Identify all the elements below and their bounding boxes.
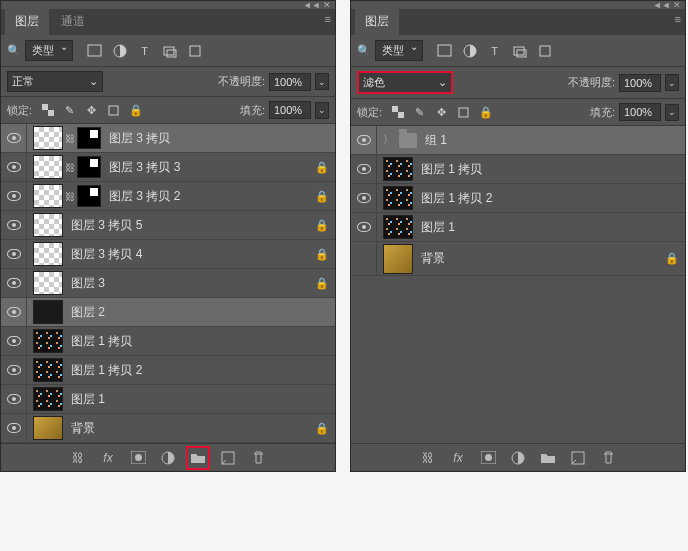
lock-transparent-icon[interactable] (40, 103, 55, 118)
layer-row[interactable]: 背景🔒 (351, 242, 685, 276)
layer-thumbnail[interactable] (33, 416, 63, 440)
layer-name[interactable]: 图层 1 拷贝 2 (71, 362, 329, 379)
filter-type-select[interactable]: 类型 (25, 40, 73, 61)
lock-transparent-icon[interactable] (390, 105, 405, 120)
filter-shape-icon[interactable] (512, 43, 527, 58)
link-layers-icon[interactable]: ⛓ (70, 450, 86, 466)
eye-icon[interactable] (7, 133, 21, 143)
eye-icon[interactable] (357, 193, 371, 203)
layer-thumbnail[interactable] (33, 358, 63, 382)
layer-mask-thumbnail[interactable] (77, 156, 101, 178)
layer-row[interactable]: 背景🔒 (1, 414, 335, 443)
new-adjustment-icon[interactable] (160, 450, 176, 466)
lock-artboard-icon[interactable] (106, 103, 121, 118)
eye-icon[interactable] (7, 249, 21, 259)
layer-thumbnail[interactable] (33, 126, 63, 150)
layer-thumbnail[interactable] (33, 242, 63, 266)
layer-name[interactable]: 图层 3 拷贝 4 (71, 246, 315, 263)
eye-icon[interactable] (7, 191, 21, 201)
tab-layers[interactable]: 图层 (355, 8, 399, 35)
filter-type-icon[interactable]: T (487, 43, 502, 58)
tab-channels[interactable]: 通道 (51, 8, 95, 35)
visibility-toggle[interactable] (1, 124, 27, 152)
layer-row[interactable]: 图层 3 拷贝 5🔒 (1, 211, 335, 240)
filter-smart-icon[interactable] (187, 43, 202, 58)
fill-value[interactable]: 100% (269, 101, 311, 119)
visibility-toggle[interactable] (1, 211, 27, 239)
layer-row[interactable]: 图层 1 (351, 213, 685, 242)
visibility-toggle[interactable] (1, 269, 27, 297)
layer-thumbnail[interactable] (33, 155, 63, 179)
layer-thumbnail[interactable] (33, 329, 63, 353)
eye-icon[interactable] (7, 423, 21, 433)
filter-adjustment-icon[interactable] (462, 43, 477, 58)
eye-icon[interactable] (7, 336, 21, 346)
layer-thumbnail[interactable] (383, 215, 413, 239)
layer-thumbnail[interactable] (383, 244, 413, 274)
delete-layer-icon[interactable] (250, 450, 266, 466)
layer-name[interactable]: 背景 (421, 250, 665, 267)
visibility-toggle[interactable] (1, 153, 27, 181)
visibility-toggle[interactable] (1, 182, 27, 210)
visibility-toggle[interactable] (351, 155, 377, 183)
fill-dropdown[interactable]: ⌄ (665, 104, 679, 121)
layer-name[interactable]: 图层 1 (71, 391, 329, 408)
layer-name[interactable]: 图层 3 (71, 275, 315, 292)
eye-icon[interactable] (7, 278, 21, 288)
eye-icon[interactable] (357, 135, 371, 145)
link-layers-icon[interactable]: ⛓ (420, 450, 436, 466)
visibility-toggle[interactable] (1, 298, 27, 326)
layer-name[interactable]: 图层 1 拷贝 2 (421, 190, 679, 207)
blend-mode-select[interactable]: 正常⌄ (7, 71, 103, 92)
layer-row[interactable]: 图层 1 拷贝 (351, 155, 685, 184)
mask-link-icon[interactable]: ⛓ (65, 133, 75, 144)
lock-all-icon[interactable]: 🔒 (128, 103, 143, 118)
layer-thumbnail[interactable] (33, 184, 63, 208)
layer-mask-thumbnail[interactable] (77, 185, 101, 207)
eye-icon[interactable] (7, 307, 21, 317)
eye-icon[interactable] (357, 222, 371, 232)
layer-thumbnail[interactable] (383, 157, 413, 181)
panel-menu-icon[interactable]: ≡ (325, 13, 331, 25)
new-layer-icon[interactable] (570, 450, 586, 466)
layer-name[interactable]: 图层 3 拷贝 3 (109, 159, 315, 176)
layer-row[interactable]: 图层 1 (1, 385, 335, 414)
eye-icon[interactable] (7, 220, 21, 230)
layer-fx-icon[interactable]: fx (450, 450, 466, 466)
visibility-toggle[interactable] (351, 242, 377, 275)
layer-name[interactable]: 组 1 (425, 132, 679, 149)
tab-layers[interactable]: 图层 (5, 8, 49, 35)
layer-thumbnail[interactable] (383, 186, 413, 210)
visibility-toggle[interactable] (351, 126, 377, 154)
layer-row[interactable]: ⛓图层 3 拷贝 (1, 124, 335, 153)
layer-name[interactable]: 图层 1 (421, 219, 679, 236)
lock-artboard-icon[interactable] (456, 105, 471, 120)
layer-thumbnail[interactable] (33, 300, 63, 324)
fill-dropdown[interactable]: ⌄ (315, 102, 329, 119)
eye-icon[interactable] (7, 394, 21, 404)
mask-link-icon[interactable]: ⛓ (65, 162, 75, 173)
filter-shape-icon[interactable] (162, 43, 177, 58)
layer-name[interactable]: 图层 3 拷贝 (109, 130, 329, 147)
layer-name[interactable]: 图层 3 拷贝 5 (71, 217, 315, 234)
layer-row[interactable]: 图层 1 拷贝 (1, 327, 335, 356)
visibility-toggle[interactable] (1, 327, 27, 355)
layer-row[interactable]: ⛓图层 3 拷贝 2🔒 (1, 182, 335, 211)
delete-layer-icon[interactable] (600, 450, 616, 466)
eye-icon[interactable] (7, 365, 21, 375)
visibility-toggle[interactable] (351, 184, 377, 212)
new-adjustment-icon[interactable] (510, 450, 526, 466)
opacity-value[interactable]: 100% (619, 74, 661, 92)
filter-pixel-icon[interactable] (87, 43, 102, 58)
layer-thumbnail[interactable] (33, 271, 63, 295)
new-group-icon[interactable] (190, 450, 206, 466)
layer-name[interactable]: 背景 (71, 420, 315, 437)
opacity-dropdown[interactable]: ⌄ (665, 74, 679, 91)
blend-mode-select[interactable]: 滤色⌄ (357, 71, 453, 94)
layer-fx-icon[interactable]: fx (100, 450, 116, 466)
mask-link-icon[interactable]: ⛓ (65, 191, 75, 202)
eye-icon[interactable] (7, 162, 21, 172)
filter-pixel-icon[interactable] (437, 43, 452, 58)
layer-thumbnail[interactable] (33, 213, 63, 237)
layer-name[interactable]: 图层 1 拷贝 (421, 161, 679, 178)
